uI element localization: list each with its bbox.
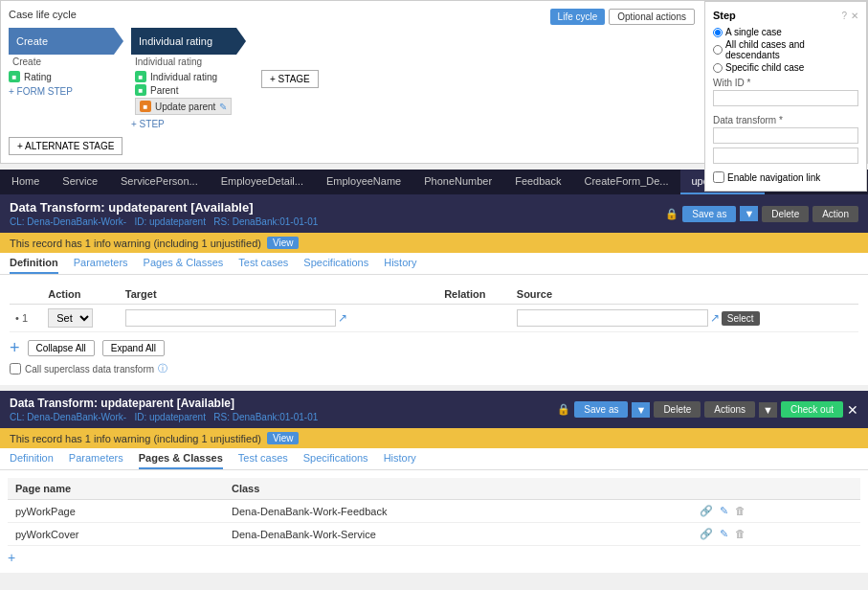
bottom-actions-dropdown[interactable]: ▼ (759, 402, 777, 418)
action-button[interactable]: Action (812, 206, 858, 222)
update-parent-step[interactable]: ■ Update parent ✎ (135, 98, 232, 115)
row-action[interactable]: Set (42, 305, 120, 332)
bottom-subtab-history[interactable]: History (384, 452, 416, 469)
subtab-history[interactable]: History (384, 257, 416, 274)
close-icon[interactable]: ✕ (851, 11, 858, 21)
case-lifecycle-panel: Case life cycle Life cycle Optional acti… (0, 0, 868, 164)
add-note-input[interactable]: Add note (713, 148, 858, 164)
bottom-view-btn[interactable]: View (267, 432, 300, 444)
subtab-test-cases[interactable]: Test cases (238, 257, 288, 274)
top-warning-text: This record has 1 info warning (includin… (10, 238, 261, 249)
bottom-save-button[interactable]: Save as (574, 401, 628, 418)
collapse-all-btn[interactable]: Collapse All (28, 340, 95, 356)
subtab-definition[interactable]: Definition (10, 257, 58, 274)
optional-actions-button[interactable]: Optional actions (609, 9, 695, 25)
bottom-subtab-pages-classes[interactable]: Pages & Classes (139, 452, 223, 469)
target-arrow-icon[interactable]: ↗ (338, 311, 347, 325)
individual-stage-label: Individual rating (139, 35, 212, 47)
step-panel-header: Step ? ✕ (713, 10, 858, 21)
page-name-1: pyWorkPage (8, 500, 224, 523)
create-form-steps: ■ Rating (9, 71, 52, 84)
with-id-input[interactable]: .pxCoverInsKey (713, 90, 858, 106)
source-arrow-icon[interactable]: ↗ (710, 311, 720, 325)
parent-step: ■ Parent (135, 84, 232, 96)
col-class: Class (224, 478, 692, 500)
bottom-dt-meta: CL: Dena-DenaBank-Work- ID: updateparent… (10, 412, 318, 422)
tab-phonenumber[interactable]: PhoneNumber (412, 170, 503, 194)
data-transform-input[interactable]: updateparent (713, 127, 858, 144)
edit-icon-2[interactable]: ✎ (720, 528, 728, 539)
delete-button[interactable]: Delete (762, 206, 809, 222)
row-num: • 1 (10, 305, 42, 332)
bottom-subtab-specifications[interactable]: Specifications (303, 452, 368, 469)
checkout-button[interactable]: Check out (781, 401, 843, 418)
subtab-pages-classes[interactable]: Pages & Classes (144, 257, 224, 274)
top-sub-tabs: Definition Parameters Pages & Classes Te… (0, 253, 868, 275)
call-class-checkbox[interactable] (10, 363, 21, 374)
col-target: Target (120, 284, 438, 305)
radio-all-input[interactable] (713, 45, 723, 55)
row-source[interactable]: pyWorkPage.City ↗ Select (511, 305, 858, 332)
lifecycle-button[interactable]: Life cycle (550, 9, 606, 25)
alternate-stage-button[interactable]: + ALTERNATE STAGE (9, 137, 122, 155)
create-stage-arrow[interactable]: Create (9, 28, 123, 55)
target-input[interactable]: pyWorkCover.City (125, 309, 336, 327)
tab-home[interactable]: Home (0, 170, 51, 194)
add-row-btn[interactable]: + (10, 338, 20, 358)
individual-stage-arrow[interactable]: Individual rating (131, 28, 246, 55)
bottom-save-dropdown[interactable]: ▼ (632, 402, 650, 418)
add-form-step-btn[interactable]: + FORM STEP (9, 86, 73, 97)
bottom-warning-text: This record has 1 info warning (includin… (10, 433, 261, 444)
tab-service[interactable]: Service (51, 170, 109, 194)
save-dropdown-icon[interactable]: ▼ (740, 206, 758, 221)
update-parent-edit-icon[interactable]: ✎ (219, 102, 227, 112)
bottom-dt-header: Data Transform: updateparent [Available]… (0, 391, 868, 428)
row-actions-2: 🔗 ✎ 🗑 (692, 523, 860, 546)
link-icon-2[interactable]: 🔗 (700, 528, 713, 539)
edit-icon-1[interactable]: ✎ (720, 505, 728, 516)
row-relation: equal to (438, 305, 511, 332)
row-target[interactable]: pyWorkCover.City ↗ (120, 305, 438, 332)
radio-all-child[interactable]: All child cases and descendants (713, 39, 858, 60)
bottom-delete-button[interactable]: Delete (654, 401, 701, 418)
bottom-subtab-parameters[interactable]: Parameters (69, 452, 123, 469)
create-stage: Create Create ■ Rating + FORM STEP (9, 28, 127, 97)
close-button[interactable]: ✕ (847, 402, 858, 418)
link-icon-1[interactable]: 🔗 (700, 505, 713, 516)
radio-single-case[interactable]: A single case (713, 27, 858, 37)
radio-single-input[interactable] (713, 28, 723, 37)
delete-icon-2[interactable]: 🗑 (735, 528, 746, 539)
add-stage-button[interactable]: + STAGE (261, 70, 319, 88)
bottom-subtab-test-cases[interactable]: Test cases (238, 452, 288, 469)
call-class-label: Call superclass data transform (25, 364, 154, 374)
tab-serviceperson[interactable]: ServicePerson... (109, 170, 210, 194)
add-step-btn[interactable]: + STEP (131, 119, 165, 129)
source-input[interactable]: pyWorkPage.City (517, 309, 708, 327)
bottom-warning-bar: This record has 1 info warning (includin… (0, 428, 868, 448)
tab-feedback[interactable]: Feedback (503, 170, 572, 194)
table-row: • 1 Set pyWorkCover.City ↗ e (10, 305, 858, 332)
expand-all-btn[interactable]: Expand All (102, 340, 165, 356)
action-select[interactable]: Set (48, 308, 93, 328)
enable-nav-checkbox[interactable] (713, 171, 724, 183)
top-warning-bar: This record has 1 info warning (includin… (0, 233, 868, 253)
radio-specific-input[interactable] (713, 63, 723, 73)
radio-specific-child[interactable]: Specific child case (713, 62, 858, 73)
top-view-btn[interactable]: View (267, 237, 300, 249)
tab-employeename[interactable]: EmployeeName (315, 170, 412, 194)
bottom-actions-button[interactable]: Actions (704, 401, 755, 418)
save-button[interactable]: Save as (682, 206, 736, 222)
select-button[interactable]: Select (722, 311, 760, 326)
col-relation: Relation (438, 284, 511, 305)
tab-createform[interactable]: CreateForm_De... (572, 170, 679, 194)
subtab-parameters[interactable]: Parameters (74, 257, 128, 274)
add-page-row-btn[interactable]: + (8, 550, 860, 565)
help-icon[interactable]: ? (841, 11, 847, 21)
subtab-specifications[interactable]: Specifications (303, 257, 368, 274)
update-parent-label: Update parent (155, 102, 215, 112)
delete-icon-1[interactable]: 🗑 (735, 505, 746, 516)
col-num (10, 284, 42, 305)
cl-label: CL: (10, 216, 25, 227)
bottom-subtab-definition[interactable]: Definition (10, 452, 54, 469)
tab-employeedetail[interactable]: EmployeeDetail... (210, 170, 315, 194)
